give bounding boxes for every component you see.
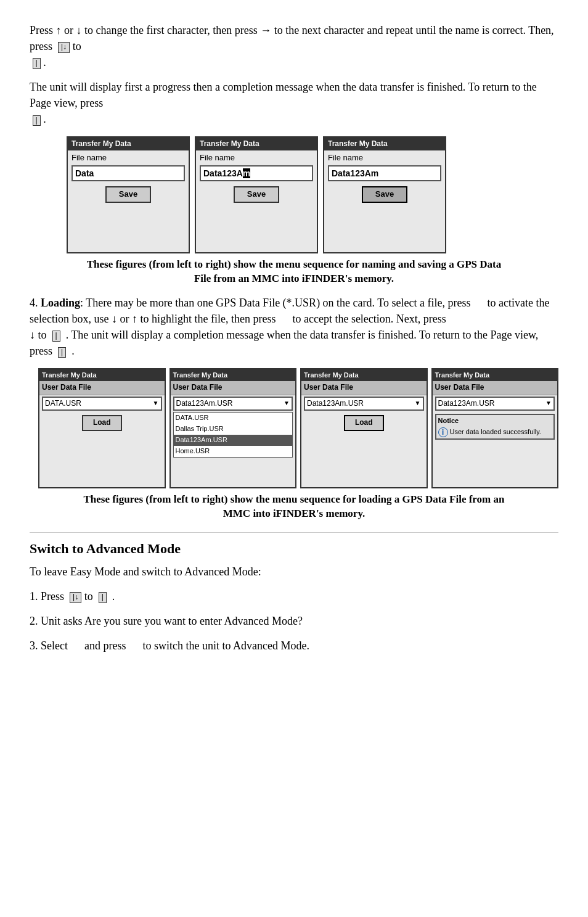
notice-title: Notice: [438, 416, 552, 426]
save-figure-3: Transfer My Data File name Data123Am Sav…: [323, 136, 446, 253]
paragraph-2: The unit will display first a progress t…: [30, 79, 558, 127]
load-fig2-dl-item-4: Home.USR: [174, 446, 293, 457]
load-fig1-value-text: DATA.USR: [45, 398, 81, 409]
load-fig1-title: Transfer My Data: [39, 369, 165, 382]
load-fig2-dl-item-1: DATA.USR: [174, 413, 293, 424]
save-fig2-save-btn: Save: [234, 186, 279, 203]
load-fig2-udf-label: User Data File: [171, 381, 296, 395]
load-fig4-udf-label: User Data File: [433, 381, 558, 395]
key-pipe: |: [33, 58, 41, 69]
paragraph-1: Press ↑ or ↓ to change the first charact…: [30, 22, 558, 70]
key-pipe4: |: [58, 347, 66, 358]
save-caption: These figures (from left to right) show …: [78, 257, 510, 287]
save-fig1-save-btn: Save: [105, 186, 151, 203]
step-3: 3. Select and press to switch the unit t…: [30, 638, 558, 654]
load-fig4-udf-value: Data123Am.USR ▼: [435, 397, 555, 411]
step1-key-pipe: |: [99, 592, 107, 603]
save-fig3-field-label: File name: [324, 150, 445, 164]
load-fig3-udf-value: Data123Am.USR ▼: [304, 397, 424, 411]
load-fig2-dropdown-arrow: ▼: [284, 399, 290, 408]
load-fig2-dl-item-3: Data123Am.USR: [174, 435, 293, 446]
step-1: 1. Press |↓ to | .: [30, 588, 558, 604]
save-fig2-title: Transfer My Data: [196, 138, 317, 150]
notice-body: i User data loaded successfully.: [438, 427, 552, 437]
load-fig4-notice: Notice i User data loaded successfully.: [435, 414, 555, 440]
load-figure-2: Transfer My Data User Data File Data123A…: [169, 368, 297, 488]
load-fig2-dl-item-2: Dallas Trip.USR: [174, 424, 293, 435]
load-fig1-udf-value: DATA.USR ▼: [42, 397, 162, 411]
load-fig4-value-text: Data123Am.USR: [438, 398, 495, 409]
save-figure-1: Transfer My Data File name Data Save: [67, 136, 190, 253]
load-figure-3: Transfer My Data User Data File Data123A…: [300, 368, 428, 488]
load-fig2-dropdown-list: DATA.USR Dallas Trip.USR Data123Am.USR H…: [173, 412, 293, 458]
save-fig3-save-btn: Save: [362, 186, 407, 203]
load-fig4-title: Transfer My Data: [433, 369, 558, 382]
step3-mid: and press: [84, 639, 126, 652]
save-fig3-field-value: Data123Am: [328, 165, 441, 181]
save-fig2-field-value: Data123Am: [200, 165, 313, 181]
paragraph-loading: 4. Loading: There may be more than one G…: [30, 295, 558, 359]
load-figure-4: Transfer My Data User Data File Data123A…: [431, 368, 559, 488]
info-icon: i: [438, 427, 448, 437]
load-figures-row: Transfer My Data User Data File DATA.USR…: [38, 368, 558, 488]
load-fig3-udf-label: User Data File: [301, 381, 427, 395]
save-fig2-field-label: File name: [196, 150, 317, 164]
save-fig3-title: Transfer My Data: [324, 138, 445, 150]
save-fig1-field-value: Data: [71, 165, 185, 181]
loading-bold: Loading: [41, 297, 80, 309]
load-fig1-udf-label: User Data File: [39, 381, 165, 395]
load-fig2-value-text: Data123Am.USR: [176, 398, 233, 409]
load-fig2-title: Transfer My Data: [171, 369, 296, 382]
load-fig3-dropdown-arrow: ▼: [415, 399, 421, 408]
save-fig1-title: Transfer My Data: [68, 138, 189, 150]
step1-key-down: |↓: [70, 592, 81, 603]
section-heading: Switch to Advanced Mode: [30, 532, 558, 559]
load-caption: These figures (from left to right) show …: [78, 492, 510, 522]
notice-text: User data loaded successfully.: [450, 427, 541, 437]
load-fig4-dropdown-arrow: ▼: [545, 399, 552, 408]
load-figure-1: Transfer My Data User Data File DATA.USR…: [38, 368, 166, 488]
switch-intro: To leave Easy Mode and switch to Advance…: [30, 564, 558, 580]
save-figures-row: Transfer My Data File name Data Save Tra…: [67, 136, 558, 253]
load-fig1-dropdown-arrow: ▼: [153, 399, 159, 408]
load-fig1-load-btn: Load: [82, 415, 122, 430]
step-2: 2. Unit asks Are you sure you want to en…: [30, 613, 558, 629]
load-fig3-title: Transfer My Data: [301, 369, 427, 382]
key-down: |↓: [58, 42, 70, 53]
load-fig2-udf-value: Data123Am.USR ▼: [173, 397, 293, 411]
load-fig3-value-text: Data123Am.USR: [307, 398, 364, 409]
key-pipe2: |: [33, 115, 41, 126]
key-pipe3: |: [52, 331, 60, 342]
save-figure-2: Transfer My Data File name Data123Am Sav…: [195, 136, 318, 253]
load-fig3-load-btn: Load: [344, 415, 384, 430]
save-fig1-field-label: File name: [68, 150, 189, 164]
step3-end: to switch the unit to Advanced Mode.: [142, 639, 309, 652]
